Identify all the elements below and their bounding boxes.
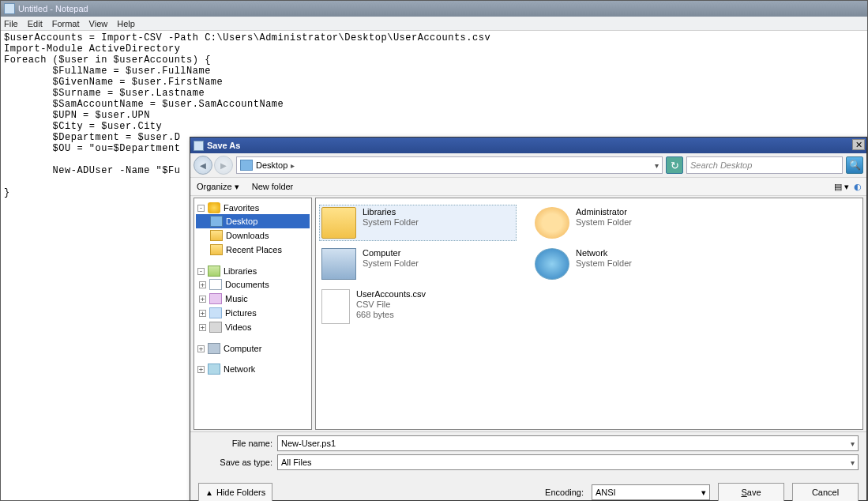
tree-downloads[interactable]: Downloads xyxy=(196,228,310,243)
dropdown-icon[interactable]: ▾ xyxy=(851,458,855,467)
tree-favorites[interactable]: -Favorites xyxy=(196,202,310,214)
desktop-icon xyxy=(240,160,253,171)
encoding-label: Encoding: xyxy=(545,488,584,497)
back-button[interactable]: ◄ xyxy=(194,156,212,175)
filename-panel: File name: New-User.ps1▾ Save as type: A… xyxy=(190,431,866,477)
file-list[interactable]: LibrariesSystem Folder AdministratorSyst… xyxy=(315,198,863,430)
computer-icon xyxy=(321,248,356,280)
tree-pictures[interactable]: +Pictures xyxy=(196,306,310,320)
breadcrumb-text: Desktop xyxy=(256,160,287,170)
filename-label: File name: xyxy=(198,439,277,448)
music-icon xyxy=(209,293,222,304)
nav-bar: ◄ ► Desktop ▸ ▾ ↻ Search Desktop 🔍 xyxy=(190,153,866,177)
forward-button[interactable]: ► xyxy=(214,156,233,175)
dropdown-icon[interactable]: ▾ xyxy=(701,488,706,498)
save-button[interactable]: Save xyxy=(718,483,784,501)
notepad-menu: File Edit Format View Help xyxy=(1,17,867,31)
tree-libraries[interactable]: -Libraries xyxy=(196,265,310,277)
chevron-up-icon: ▲ xyxy=(205,488,213,497)
menu-format[interactable]: Format xyxy=(52,19,80,28)
search-icon: 🔍 xyxy=(849,160,861,171)
item-libraries[interactable]: LibrariesSystem Folder xyxy=(319,205,517,241)
refresh-button[interactable]: ↻ xyxy=(666,156,683,174)
search-input[interactable]: Search Desktop xyxy=(686,156,843,174)
dialog-footer: ▲Hide Folders Encoding: ANSI▾ Save Cance… xyxy=(190,477,866,501)
saveas-icon xyxy=(194,141,204,151)
chevron-right-icon[interactable]: ▸ xyxy=(291,161,295,170)
tree-network[interactable]: +Network xyxy=(196,363,310,375)
video-icon xyxy=(209,322,222,333)
file-icon xyxy=(321,289,350,324)
saveas-titlebar[interactable]: Save As ✕ xyxy=(190,137,866,153)
recent-icon xyxy=(210,244,223,255)
notepad-titlebar[interactable]: Untitled - Notepad xyxy=(1,1,867,17)
new-folder-button[interactable]: New folder xyxy=(252,182,294,191)
dropdown-icon[interactable]: ▾ xyxy=(851,439,855,448)
tree-desktop[interactable]: Desktop xyxy=(196,214,310,228)
libraries-icon xyxy=(208,266,220,277)
desktop-icon xyxy=(210,216,223,227)
close-button[interactable]: ✕ xyxy=(852,139,865,150)
document-icon xyxy=(209,279,222,290)
picture-icon xyxy=(209,307,222,318)
notepad-icon xyxy=(4,3,15,14)
nav-tree[interactable]: -Favorites Desktop Downloads Recent Plac… xyxy=(194,198,312,430)
menu-file[interactable]: File xyxy=(4,19,18,28)
view-button[interactable]: ▤ ▾ xyxy=(834,182,849,192)
folder-icon xyxy=(210,230,223,241)
type-label: Save as type: xyxy=(198,458,277,467)
item-computer[interactable]: ComputerSystem Folder xyxy=(319,246,517,282)
folder-icon xyxy=(321,207,356,239)
save-as-dialog: Save As ✕ ◄ ► Desktop ▸ ▾ ↻ Search Deskt… xyxy=(190,137,867,501)
type-select[interactable]: All Files▾ xyxy=(277,454,859,470)
network-icon xyxy=(535,248,569,280)
help-button[interactable]: ◐ xyxy=(854,182,862,192)
breadcrumb[interactable]: Desktop ▸ ▾ xyxy=(236,156,663,174)
filename-input[interactable]: New-User.ps1▾ xyxy=(277,435,859,451)
menu-edit[interactable]: Edit xyxy=(28,19,43,28)
item-useraccounts-csv[interactable]: UserAccounts.csvCSV File668 bytes xyxy=(319,287,517,326)
item-network[interactable]: NetworkSystem Folder xyxy=(532,246,730,282)
search-button[interactable]: 🔍 xyxy=(846,156,863,174)
computer-icon xyxy=(208,343,220,354)
tree-recent[interactable]: Recent Places xyxy=(196,243,310,257)
notepad-title: Untitled - Notepad xyxy=(18,4,88,13)
breadcrumb-dropdown-icon[interactable]: ▾ xyxy=(655,161,659,170)
hide-folders-button[interactable]: ▲Hide Folders xyxy=(198,483,272,501)
user-icon xyxy=(535,207,569,239)
tree-music[interactable]: +Music xyxy=(196,292,310,306)
organize-button[interactable]: Organize ▾ xyxy=(197,182,239,192)
menu-view[interactable]: View xyxy=(89,19,108,28)
encoding-select[interactable]: ANSI▾ xyxy=(592,484,710,500)
tree-videos[interactable]: +Videos xyxy=(196,320,310,334)
tree-documents[interactable]: +Documents xyxy=(196,277,310,292)
saveas-title: Save As xyxy=(207,141,240,150)
tree-computer[interactable]: +Computer xyxy=(196,342,310,355)
search-placeholder: Search Desktop xyxy=(690,160,752,170)
cancel-button[interactable]: Cancel xyxy=(792,483,859,501)
menu-help[interactable]: Help xyxy=(117,19,135,28)
star-icon xyxy=(208,202,220,213)
toolbar: Organize ▾ New folder ▤ ▾ ◐ xyxy=(190,177,866,196)
network-icon xyxy=(208,364,220,375)
item-administrator[interactable]: AdministratorSystem Folder xyxy=(532,205,730,241)
